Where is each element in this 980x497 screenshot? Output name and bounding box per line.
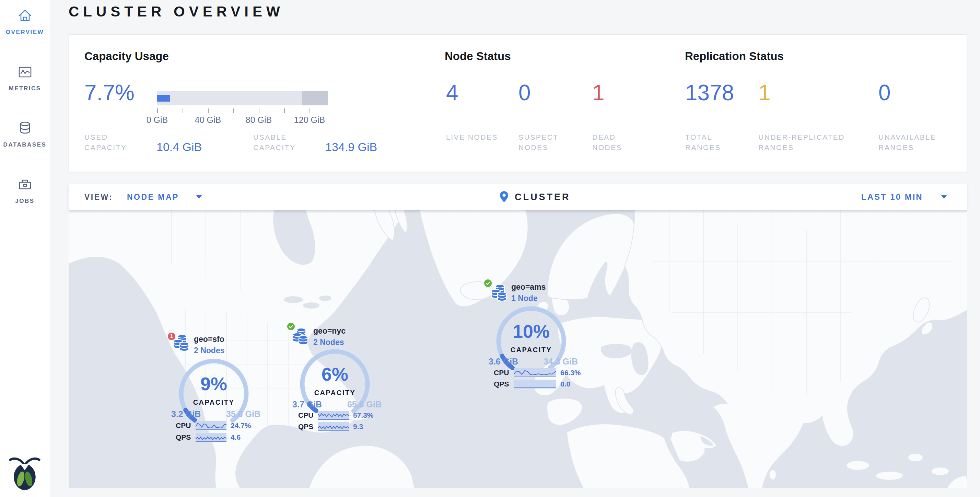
healthy-check-icon <box>286 322 296 331</box>
capacity-used-value: 3.2 GiB <box>171 409 201 419</box>
capacity-bar-reserved-segment <box>302 91 328 105</box>
healthy-check-icon <box>484 279 492 288</box>
usable-capacity-value: 134.9 GiB <box>325 140 377 154</box>
locality-node-count: 2 Nodes <box>313 338 344 347</box>
cpu-label: CPU <box>176 422 191 430</box>
capacity-gauge: 9% CAPACITY 3.2 GiB 35.0 GiB <box>176 356 251 432</box>
capacity-bar-used-segment <box>157 95 170 102</box>
database-stack-icon <box>173 335 190 353</box>
sidebar-item-label: METRICS <box>0 85 50 92</box>
capacity-total-value: 34.3 GiB <box>544 357 578 366</box>
locality-marker-ams[interactable]: geo=ams 1 Node 10% CAPACITY 3.6 GiB 34.3… <box>483 278 593 397</box>
view-selector-dropdown[interactable]: NODE MAP <box>127 184 179 210</box>
qps-row: QPS 4.6 <box>176 433 240 442</box>
qps-row: QPS 0.0 <box>494 380 570 389</box>
used-capacity-value: 10.4 GiB <box>156 140 202 154</box>
capacity-usage-title: Capacity Usage <box>84 50 169 63</box>
location-pin-icon <box>500 191 509 203</box>
cpu-row: CPU 57.3% <box>298 411 374 420</box>
capacity-bar: 0 GiB 40 GiB 80 GiB 120 GiB <box>157 91 329 125</box>
cpu-value: 66.3% <box>560 369 581 377</box>
locality-name: geo=nyc <box>313 327 345 336</box>
capacity-caption: CAPACITY <box>297 389 373 397</box>
qps-value: 9.3 <box>353 422 363 431</box>
unavailable-ranges-count: 0 <box>878 81 891 105</box>
dead-nodes-count: 1 <box>592 81 605 105</box>
qps-sparkline <box>318 422 349 431</box>
view-label: VIEW: <box>84 184 113 210</box>
chevron-down-icon[interactable] <box>196 195 202 199</box>
axis-tick-label: 40 GiB <box>195 115 221 125</box>
capacity-caption: CAPACITY <box>493 346 569 354</box>
axis-tick-label: 0 GiB <box>146 115 168 125</box>
capacity-caption: CAPACITY <box>176 398 251 406</box>
sidebar-item-overview[interactable]: OVERVIEW <box>0 8 50 36</box>
used-capacity-label: USED CAPACITY <box>84 132 150 153</box>
sidebar-item-jobs[interactable]: JOBS <box>0 177 50 205</box>
suspect-nodes-count: 0 <box>519 81 531 105</box>
locality-marker-sfo[interactable]: 1 geo=sfo 2 Nodes 9% CAPACITY 3.2 GiB <box>167 331 277 449</box>
qps-value: 0.0 <box>560 380 570 388</box>
breadcrumb-cluster[interactable]: CLUSTER <box>515 184 571 210</box>
capacity-used-value: 3.7 GiB <box>292 400 322 409</box>
suspect-nodes-label: SUSPECT NODES <box>519 132 573 153</box>
qps-sparkline <box>514 380 556 389</box>
locality-marker-nyc[interactable]: geo=nyc 2 Nodes 6% CAPACITY 3.7 GiB 65.6… <box>287 322 397 441</box>
capacity-used-value: 3.6 GiB <box>488 357 518 366</box>
map-toolbar: VIEW: NODE MAP CLUSTER LAST 10 MIN <box>68 184 967 210</box>
cpu-value: 57.3% <box>353 411 374 419</box>
capacity-used-percent: 7.7% <box>84 81 135 105</box>
capacity-bar-track <box>157 91 328 105</box>
axis-tick-label: 80 GiB <box>246 115 272 125</box>
usable-capacity-label: USABLE CAPACITY <box>253 132 322 153</box>
qps-label: QPS <box>176 433 191 441</box>
locality-node-count: 1 Node <box>511 294 538 303</box>
database-icon <box>17 120 33 137</box>
dead-nodes-label: DEAD NODES <box>592 132 647 153</box>
cpu-value: 24.7% <box>231 422 251 430</box>
under-replicated-ranges-count: 1 <box>758 81 771 105</box>
database-stack-icon <box>293 328 309 347</box>
briefcase-icon <box>17 177 33 193</box>
unavailable-ranges-label: UNAVAILABLE RANGES <box>878 132 961 153</box>
cpu-sparkline <box>514 368 556 377</box>
chevron-down-icon[interactable] <box>941 195 947 199</box>
node-map: 1 geo=sfo 2 Nodes 9% CAPACITY 3.2 GiB <box>68 210 967 488</box>
map-top-shadow <box>68 210 967 214</box>
capacity-bar-axis-labels: 0 GiB 40 GiB 80 GiB 120 GiB <box>157 115 329 125</box>
sidebar-item-label: OVERVIEW <box>0 29 50 36</box>
capacity-total-value: 35.0 GiB <box>226 409 261 419</box>
total-ranges-label: TOTAL RANGES <box>685 132 747 153</box>
capacity-bar-ticks <box>157 108 329 113</box>
sidebar-item-databases[interactable]: DATABASES <box>0 120 50 148</box>
sidebar-item-label: JOBS <box>0 198 50 205</box>
qps-value: 4.6 <box>231 433 240 441</box>
cluster-summary-card: Capacity Usage 7.7% 0 GiB 40 GiB 80 GiB … <box>68 34 967 172</box>
locality-name: geo=ams <box>511 282 546 292</box>
sidebar: OVERVIEW METRICS DATABASES JOBS <box>0 0 50 497</box>
capacity-percent: 10% <box>493 320 569 342</box>
cpu-sparkline <box>318 411 349 420</box>
capacity-gauge: 6% CAPACITY 3.7 GiB 65.6 GiB <box>297 346 373 422</box>
cluster-overview-page: OVERVIEW METRICS DATABASES JOBS <box>0 0 980 497</box>
node-status-title: Node Status <box>445 50 511 63</box>
capacity-percent: 6% <box>297 363 373 385</box>
qps-label: QPS <box>298 422 314 431</box>
locality-name: geo=sfo <box>194 335 224 344</box>
capacity-percent: 9% <box>176 373 251 394</box>
dead-node-badge: 1 <box>167 332 176 341</box>
metrics-chart-icon <box>17 64 33 80</box>
cpu-label: CPU <box>494 369 509 377</box>
capacity-gauge: 10% CAPACITY 3.6 GiB 34.3 GiB <box>493 303 569 379</box>
replication-status-title: Replication Status <box>685 50 784 63</box>
qps-label: QPS <box>494 380 509 388</box>
home-icon <box>17 8 33 24</box>
total-ranges-count: 1378 <box>685 81 734 105</box>
time-range-dropdown[interactable]: LAST 10 MIN <box>861 184 923 210</box>
page-title: CLUSTER OVERVIEW <box>68 3 284 20</box>
database-stack-icon <box>492 285 508 303</box>
sidebar-item-metrics[interactable]: METRICS <box>0 64 50 92</box>
qps-row: QPS 9.3 <box>298 422 363 431</box>
capacity-total-value: 65.6 GiB <box>347 400 382 409</box>
sidebar-item-label: DATABASES <box>0 142 50 148</box>
